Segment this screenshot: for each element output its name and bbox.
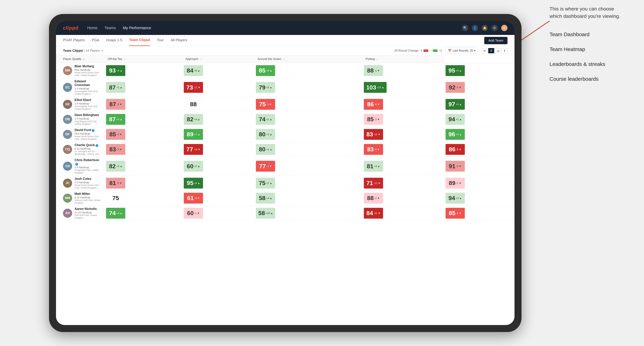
score-value: 60	[187, 163, 194, 170]
score-value: 77	[259, 163, 266, 170]
team-player-count: | 14 Players	[84, 49, 100, 52]
table-row[interactable]: DBDave Billingham1-5 HandicapGog Magog G…	[56, 112, 514, 127]
score-value: 81	[367, 163, 374, 170]
score-change: +3 ▲	[266, 133, 272, 136]
score-cell-putting: 92-3 ▼	[444, 78, 514, 97]
player-handicap: 1-5 Handicap	[74, 87, 102, 90]
verified-badge: ✓	[96, 144, 98, 147]
round-change-text: 20 Round Change	[394, 49, 418, 52]
tab-hcaps[interactable]: Hcaps 1-5	[106, 35, 122, 46]
table-row[interactable]: MMMatt Miller6-10 HandicapWoburn Golf Cl…	[56, 191, 514, 206]
score-cell-player_quality: 87+4 ▲	[105, 112, 183, 127]
score-change: -3 ▼	[266, 103, 272, 106]
table-row[interactable]: JCJosh Coles1-5 HandicapRoyal North Devo…	[56, 176, 514, 191]
score-change: -6 ▼	[374, 103, 380, 106]
score-cell-off_tee: 84+6 ▲	[183, 63, 255, 78]
score-cell-off_tee: 73-11 ▼	[183, 78, 255, 97]
player-cell-8: MMMatt Miller6-10 HandicapWoburn Golf Cl…	[56, 191, 105, 206]
settings-icon[interactable]: ⚙	[492, 25, 498, 31]
tab-tour[interactable]: Tour	[157, 35, 164, 46]
annotation-text: This is where you can choose which dashb…	[550, 5, 623, 20]
table-row[interactable]: CQCharlie Quick✓6-10 HandicapSt. George'…	[56, 142, 514, 157]
download-button[interactable]: ⬇	[502, 48, 508, 53]
score-change: -3 ▼	[117, 148, 122, 151]
grid-view-button[interactable]: ⊞	[482, 48, 488, 53]
tablet-frame: clippd Home Teams My Performance 🔍 👤 🔔 ⚙…	[49, 14, 522, 332]
score-change: -2 ▼	[456, 182, 461, 184]
team-name: Team Clippd	[63, 49, 83, 53]
nav-home[interactable]: Home	[87, 26, 98, 30]
score-cell-around_green: 84-21 ▼	[363, 206, 444, 221]
score-value: 86	[449, 146, 456, 153]
score-change: +4 ▲	[266, 197, 272, 199]
score-cell-putting: 86-8 ▼	[444, 142, 514, 157]
score-change: +4 ▲	[374, 165, 380, 168]
score-cell-around_green: 81+4 ▲	[363, 157, 444, 176]
th-off-tee[interactable]: Off the Tee —	[105, 55, 183, 63]
table-row[interactable]: ECEdward Crossman1-5 HandicapSunningdale…	[56, 78, 514, 97]
score-value: 88	[367, 67, 374, 74]
score-change: +9 ▲	[116, 69, 122, 72]
tab-pga[interactable]: PGA	[92, 35, 99, 46]
table-row[interactable]: EEElliot Ebert1-5 HandicapSunningdale Go…	[56, 97, 514, 112]
nav-teams[interactable]: Teams	[104, 26, 116, 30]
score-value: 85	[110, 131, 116, 138]
table-row[interactable]: BMBlair McHargPlus HandicapRoyal North D…	[56, 63, 514, 78]
score-change: +3 ▲	[116, 165, 122, 168]
th-approach-arrow: —	[200, 58, 202, 60]
tab-team-clippd[interactable]: Team Clippd	[129, 35, 150, 46]
last-rounds-button[interactable]: 📅 Last Rounds: 20 ▾	[446, 48, 478, 53]
score-cell-putting: 96+3 ▲	[444, 127, 514, 142]
table-header-row: Player Quality ▾ Off the Tee — Approach …	[56, 55, 514, 63]
th-player-quality[interactable]: Player Quality ▾	[56, 55, 105, 63]
nav-my-performance[interactable]: My Performance	[123, 26, 151, 30]
tab-pgat-players[interactable]: PGAT Players	[63, 35, 85, 46]
th-around-green[interactable]: Around the Green —	[255, 55, 363, 63]
score-cell-putting: 94+3 ▲	[444, 191, 514, 206]
score-cell-around_green: 71-11 ▼	[363, 176, 444, 191]
score-cell-putting: 89-2 ▼	[444, 176, 514, 191]
player-cell-9: ANAaron Nicholls11-15 HandicapDrift Golf…	[56, 206, 105, 221]
score-change: +4 ▲	[194, 118, 200, 121]
score-change: -6 ▼	[374, 148, 380, 151]
score-cell-approach: 77-3 ▼	[255, 157, 363, 176]
player-club: St. George's Hill GC - Weybridge - Surre…	[74, 150, 102, 155]
score-change: +1 ▲	[266, 118, 272, 121]
avatar: EC	[63, 83, 72, 92]
player-club: Royal North Devon Golf Club, United King…	[74, 135, 102, 140]
score-cell-off_tee: 60+2 ▲	[183, 157, 255, 176]
th-putting[interactable]: Putting —	[363, 55, 444, 63]
calendar-icon: 📅	[448, 49, 452, 52]
player-name: Aaron Nicholls	[74, 207, 102, 211]
chart-view-button[interactable]: 📊	[495, 48, 501, 53]
score-value: 75	[112, 195, 119, 201]
notification-icon[interactable]: 🔔	[482, 25, 488, 31]
score-change: +3 ▲	[456, 197, 462, 199]
navbar-icons: 🔍 👤 🔔 ⚙ A	[462, 25, 508, 31]
score-value: 71	[366, 180, 373, 186]
score-cell-putting: 85-4 ▼	[444, 206, 514, 221]
score-change: +6 ▲	[194, 69, 200, 72]
table-row[interactable]: ANAaron Nicholls11-15 HandicapDrift Golf…	[56, 206, 514, 221]
last-rounds-label: Last Rounds: 20	[452, 49, 473, 52]
search-icon[interactable]: 🔍	[462, 25, 468, 31]
score-change: -3 ▼	[194, 197, 200, 199]
tab-all-players[interactable]: All Players	[171, 35, 187, 46]
add-team-button[interactable]: Add Team	[484, 37, 508, 44]
score-value: 60	[187, 210, 194, 216]
tablet-screen: clippd Home Teams My Performance 🔍 👤 🔔 ⚙…	[56, 21, 514, 325]
table-row[interactable]: CRChris Robertson✓1-5 HandicapCraigmilla…	[56, 157, 514, 176]
verified-badge: ✓	[92, 129, 94, 132]
th-approach[interactable]: Approach —	[183, 55, 255, 63]
player-club: Woburn Golf Club, United Kingdom	[74, 199, 102, 204]
avatar-icon[interactable]: A	[501, 25, 508, 31]
list-view-button[interactable]: ☰	[488, 48, 494, 53]
score-cell-putting: 97+5 ▲	[444, 97, 514, 112]
score-value: 88	[190, 101, 197, 108]
table-row[interactable]: DFDavid Ford✓Plus HandicapRoyal North De…	[56, 127, 514, 142]
avatar: DB	[63, 115, 72, 124]
score-value: 84	[187, 67, 194, 74]
edit-team-icon[interactable]: ✏	[101, 49, 104, 52]
profile-icon[interactable]: 👤	[472, 25, 478, 31]
player-club: Royal North Devon Golf Club, United King…	[74, 184, 102, 189]
